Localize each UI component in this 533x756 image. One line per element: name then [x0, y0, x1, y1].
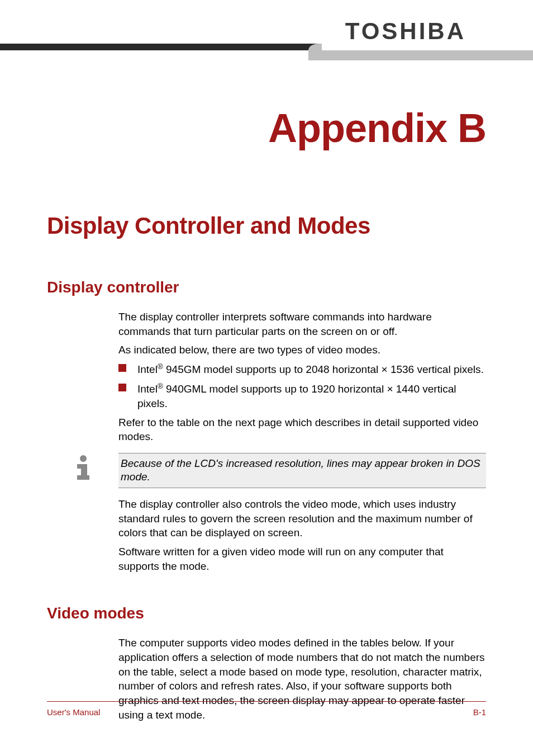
svg-point-0	[80, 455, 87, 462]
bullet-list: Intel® 945GM model supports up to 2048 h…	[118, 362, 486, 411]
list-item: Intel® 940GML model supports up to 1920 …	[118, 381, 486, 411]
note-callout: Because of the LCD's increased resolutio…	[47, 453, 486, 488]
header-bar-light	[308, 50, 533, 60]
body-block: The display controller also controls the…	[118, 497, 486, 573]
brand-logo: TOSHIBA	[345, 18, 466, 45]
appendix-title: Appendix B	[47, 105, 486, 151]
list-item-text: Intel® 940GML model supports up to 1920 …	[137, 383, 456, 409]
page-footer: User's Manual B-1	[47, 701, 486, 717]
paragraph: The display controller interprets softwa…	[118, 310, 486, 338]
note-text: Because of the LCD's increased resolutio…	[121, 457, 484, 484]
svg-rect-3	[77, 475, 89, 480]
note-text-wrap: Because of the LCD's increased resolutio…	[118, 453, 486, 488]
section-title-video-modes: Video modes	[47, 604, 486, 622]
square-bullet-icon	[118, 364, 126, 372]
footer-right: B-1	[473, 707, 486, 717]
header-bar-dark	[0, 44, 302, 50]
footer-left: User's Manual	[47, 707, 100, 717]
paragraph: Software written for a given video mode …	[118, 545, 486, 573]
page-title: Display Controller and Modes	[47, 212, 486, 239]
page-content: Appendix B Display Controller and Modes …	[0, 66, 533, 722]
paragraph: As indicated below, there are two types …	[118, 343, 486, 357]
section-title-display-controller: Display controller	[47, 278, 486, 296]
paragraph: The display controller also controls the…	[118, 497, 486, 540]
list-item-text: Intel® 945GM model supports up to 2048 h…	[137, 363, 484, 375]
list-item: Intel® 945GM model supports up to 2048 h…	[118, 362, 486, 377]
spacer	[47, 582, 486, 604]
paragraph: Refer to the table on the next page whic…	[118, 415, 486, 444]
info-icon	[47, 453, 118, 481]
square-bullet-icon	[118, 384, 126, 391]
page-header: TOSHIBA	[0, 0, 533, 66]
body-block: The display controller interprets softwa…	[118, 310, 486, 444]
